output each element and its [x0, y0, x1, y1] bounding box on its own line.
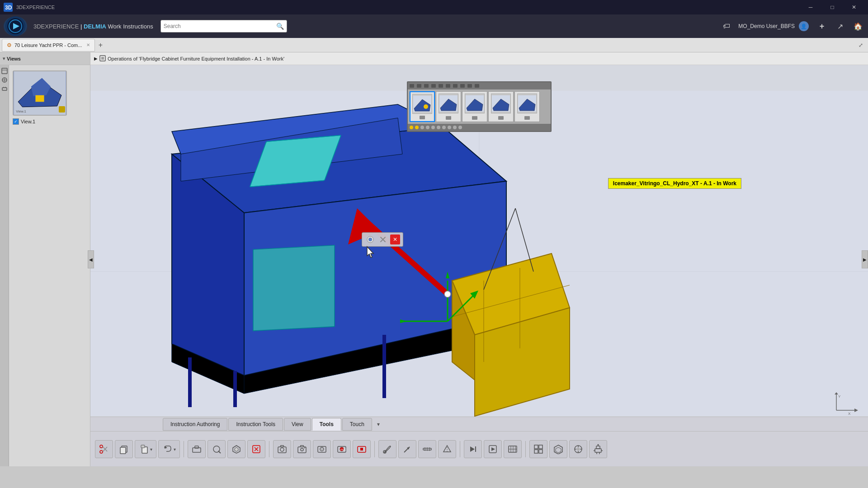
- brush-button[interactable]: [378, 440, 396, 458]
- frame-dot-3: [472, 116, 477, 120]
- frame-4[interactable]: [488, 91, 514, 122]
- frame-2[interactable]: [436, 91, 461, 122]
- breadcrumb-list-icon: [99, 55, 106, 62]
- hole-10: [475, 84, 479, 88]
- add-icon[interactable]: +: [816, 20, 828, 33]
- sep-1: [184, 441, 184, 457]
- tab-tools[interactable]: Tools: [312, 418, 341, 431]
- new-tab-button[interactable]: +: [95, 40, 106, 51]
- frame-thumb-4: [491, 94, 511, 113]
- svg-rect-139: [595, 449, 601, 452]
- sidebar-content: View.1 ✓ View.1: [9, 65, 90, 466]
- paste-button[interactable]: ▾: [135, 440, 156, 458]
- sidebar-header: ▾ Views: [0, 52, 90, 65]
- home-icon[interactable]: 🏠: [852, 20, 864, 33]
- svg-marker-73: [854, 408, 858, 412]
- undo-button[interactable]: ▾: [158, 440, 180, 458]
- timeline-dot-1: [410, 126, 413, 129]
- play-step-button[interactable]: [464, 440, 482, 458]
- transform-button[interactable]: [569, 440, 587, 458]
- search-box[interactable]: 🔍: [160, 20, 287, 33]
- svg-rect-107: [360, 448, 363, 450]
- cut-button[interactable]: [95, 440, 113, 458]
- frame-1[interactable]: [410, 91, 435, 122]
- tool-3-button[interactable]: [227, 440, 245, 458]
- timeline-button[interactable]: [504, 440, 522, 458]
- sidebar-icon-3[interactable]: [0, 85, 9, 93]
- app-title: 3DEXPERIENCE: [16, 5, 55, 10]
- tab-close-icon[interactable]: ✕: [86, 42, 90, 47]
- filmstrip-panel: [407, 81, 552, 132]
- maximize-button[interactable]: □: [822, 0, 843, 14]
- frame-5[interactable]: [514, 91, 540, 122]
- svg-rect-20: [59, 106, 65, 113]
- breadcrumb-expand-icon[interactable]: ▶: [94, 56, 98, 61]
- view-thumbnail[interactable]: View.1: [13, 70, 67, 116]
- measure-button[interactable]: [418, 440, 436, 458]
- tab-instruction-authoring[interactable]: Instruction Authoring: [163, 418, 227, 431]
- right-panel-toggle[interactable]: ▶: [862, 250, 868, 268]
- tab-touch[interactable]: Touch: [342, 418, 372, 431]
- svg-marker-117: [470, 446, 475, 452]
- sidebar-collapse-button[interactable]: ◀: [88, 250, 94, 268]
- svg-point-98: [301, 448, 303, 451]
- viewport-3d[interactable]: Icemaker_Vitringo_CL_Hydro_XT - A.1 - In…: [90, 65, 868, 417]
- record-button[interactable]: REC: [333, 440, 351, 458]
- frame-dot-1: [420, 116, 425, 119]
- search-input[interactable]: [164, 23, 276, 29]
- bookmark-icon[interactable]: 🏷: [720, 20, 733, 33]
- arrow-button[interactable]: [398, 440, 416, 458]
- user-avatar-icon[interactable]: 👤: [797, 20, 810, 33]
- timeline-dot-8: [448, 126, 451, 129]
- snapshot-button[interactable]: [313, 440, 331, 458]
- share-icon[interactable]: ↗: [834, 20, 846, 33]
- tab-view[interactable]: View: [284, 418, 311, 431]
- frame-thumb-5: [517, 94, 537, 113]
- minimize-button[interactable]: ─: [800, 0, 821, 14]
- bottom-toolbar: Instruction Authoring Instruction Tools …: [90, 417, 868, 466]
- timeline-dot-6: [437, 126, 440, 129]
- copy-button[interactable]: [115, 440, 133, 458]
- context-tool-close[interactable]: ✕: [390, 235, 400, 244]
- sidebar-icon-2[interactable]: [0, 76, 9, 84]
- svg-text:3D: 3D: [5, 5, 12, 11]
- camera-button[interactable]: [273, 440, 291, 458]
- search-icon[interactable]: 🔍: [276, 23, 284, 30]
- svg-rect-126: [534, 445, 538, 449]
- svg-text:👤: 👤: [801, 23, 807, 29]
- svg-marker-120: [491, 447, 495, 451]
- svg-point-78: [100, 450, 103, 453]
- frame-dot-4: [498, 116, 504, 120]
- tab-more-button[interactable]: ▾: [373, 419, 384, 430]
- label-tooltip-text: Icemaker_Vitringo_CL_Hydro_XT - A.1 - In…: [613, 180, 736, 187]
- tool-4-button[interactable]: [247, 440, 265, 458]
- tool-1-button[interactable]: [188, 440, 206, 458]
- assembly-button[interactable]: [549, 440, 567, 458]
- grid-view-button[interactable]: [529, 440, 547, 458]
- tool-2-button[interactable]: [208, 440, 226, 458]
- expand-icon[interactable]: ⤢: [855, 40, 866, 51]
- sidebar-collapse-arrow[interactable]: ▾: [3, 56, 5, 61]
- title-bar: 3D 3DEXPERIENCE ─ □ ✕: [0, 0, 868, 14]
- hole-9: [467, 84, 472, 88]
- plane-button[interactable]: [438, 440, 456, 458]
- tab-instruction-tools[interactable]: Instruction Tools: [228, 418, 283, 431]
- frame-3[interactable]: [462, 91, 487, 122]
- robot-button[interactable]: [589, 440, 607, 458]
- frame-thumb-2: [439, 94, 458, 113]
- context-tool-2[interactable]: [377, 234, 388, 245]
- hole-5: [439, 84, 443, 88]
- main-tab[interactable]: ⚙ 70 Leisure Yacht PPR - Com... ✕: [2, 39, 95, 52]
- mini-context-toolbar: ✕: [362, 232, 403, 247]
- camera-2-button[interactable]: [293, 440, 311, 458]
- sim-button[interactable]: [484, 440, 502, 458]
- close-button[interactable]: ✕: [844, 0, 864, 14]
- svg-rect-7: [2, 68, 7, 74]
- stop-button[interactable]: [353, 440, 371, 458]
- sep-3: [374, 441, 375, 457]
- viewport: ▶ Operations of 'Flybridge Cabinet Furni…: [90, 52, 868, 466]
- filmstrip-timeline: [408, 124, 551, 131]
- context-tool-1[interactable]: [365, 234, 376, 245]
- filmstrip-frames: [408, 89, 551, 124]
- sidebar-icon-1[interactable]: [0, 67, 9, 75]
